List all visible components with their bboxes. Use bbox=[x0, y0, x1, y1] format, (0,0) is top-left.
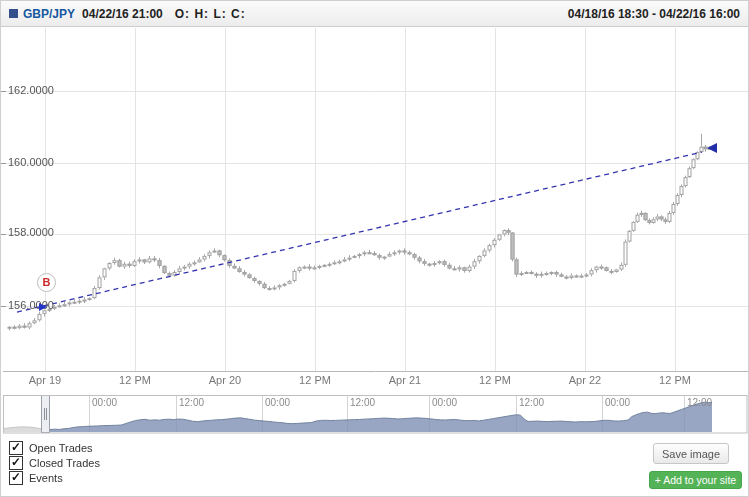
x-axis-tick-apr20: Apr 20 bbox=[190, 374, 260, 386]
buy-trade-marker[interactable]: B bbox=[37, 273, 56, 292]
nav-tick-7: 00:00 bbox=[605, 397, 630, 408]
chart-header: GBP/JPY 04/22/16 21:00 O: H: L: C: 04/18… bbox=[1, 1, 748, 27]
x-axis-tick-12pm-1: 12 PM bbox=[100, 374, 170, 386]
symbol-label[interactable]: GBP/JPY bbox=[23, 7, 75, 21]
x-axis-tick-12pm-4: 12 PM bbox=[640, 374, 710, 386]
closed-trades-checkbox[interactable]: ✓ bbox=[9, 456, 23, 470]
y-axis-tick-162: 162.0000 bbox=[8, 84, 78, 96]
open-trades-label: Open Trades bbox=[29, 442, 93, 454]
trade-entry-arrow-icon bbox=[39, 303, 47, 311]
x-axis-tick-apr22: Apr 22 bbox=[550, 374, 620, 386]
cursor-timestamp: 04/22/16 21:00 bbox=[82, 7, 163, 21]
x-axis-tick-12pm-3: 12 PM bbox=[460, 374, 530, 386]
nav-tick-4: 12:00 bbox=[350, 397, 375, 408]
nav-tick-3: 00:00 bbox=[265, 397, 290, 408]
y-axis-tick-160: 160.0000 bbox=[8, 156, 78, 168]
nav-tick-8: 12:00 bbox=[687, 397, 712, 408]
toggle-closed-trades[interactable]: ✓ Closed Trades bbox=[9, 456, 100, 470]
events-checkbox[interactable]: ✓ bbox=[9, 471, 23, 485]
ohlc-readout: O: H: L: C: bbox=[175, 7, 246, 21]
x-axis-tick-12pm-2: 12 PM bbox=[280, 374, 350, 386]
add-to-site-button[interactable]: + Add to your site bbox=[649, 471, 742, 489]
nav-tick-1: 00:00 bbox=[92, 397, 117, 408]
toggle-open-trades[interactable]: ✓ Open Trades bbox=[9, 441, 93, 455]
nav-tick-5: 00:00 bbox=[432, 397, 457, 408]
y-axis-tick-158: 158.0000 bbox=[8, 226, 78, 238]
toggle-events[interactable]: ✓ Events bbox=[9, 471, 63, 485]
x-axis-tick-apr19: Apr 19 bbox=[10, 374, 80, 386]
closed-trades-label: Closed Trades bbox=[29, 457, 100, 469]
save-image-button[interactable]: Save image bbox=[653, 443, 729, 464]
candlestick-chart-canvas[interactable] bbox=[1, 1, 749, 497]
nav-tick-2: 12:00 bbox=[179, 397, 204, 408]
date-range-label: 04/18/16 18:30 - 04/22/16 16:00 bbox=[568, 7, 740, 21]
forex-chart-widget: GBP/JPY 04/22/16 21:00 O: H: L: C: 04/18… bbox=[0, 0, 749, 497]
series-legend-icon bbox=[9, 9, 18, 18]
open-trades-checkbox[interactable]: ✓ bbox=[9, 441, 23, 455]
x-axis-tick-apr21: Apr 21 bbox=[370, 374, 440, 386]
nav-tick-6: 12:00 bbox=[519, 397, 544, 408]
trendline-end-arrow-icon bbox=[707, 143, 717, 153]
events-label: Events bbox=[29, 472, 63, 484]
